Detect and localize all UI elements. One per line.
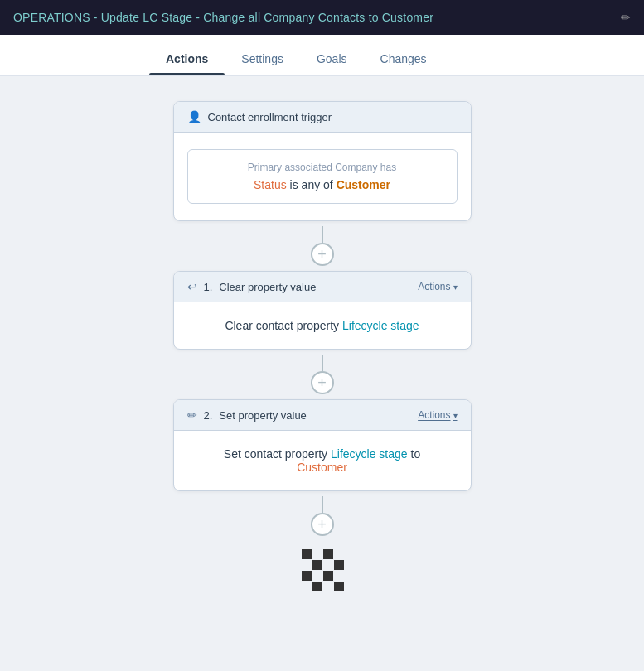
filter-status: Status xyxy=(254,178,287,191)
step2-action-text: Set contact property Lifecycle stage to … xyxy=(224,447,420,474)
connector-line-2 xyxy=(322,355,323,371)
step1-title: Clear property value xyxy=(219,281,316,293)
step1-actions-chevron: ▾ xyxy=(453,282,458,292)
workflow-canvas: 👤 Contact enrollment trigger Primary ass… xyxy=(0,76,644,624)
add-step-button-2[interactable]: + xyxy=(311,371,334,394)
connector-3: + xyxy=(311,496,334,536)
step2-body-value: Customer xyxy=(297,461,347,474)
trigger-title: Contact enrollment trigger xyxy=(208,111,332,123)
trigger-body: Primary associated Company has Status is… xyxy=(174,133,471,220)
workflow-end-icon xyxy=(302,549,343,591)
filter-box[interactable]: Primary associated Company has Status is… xyxy=(187,149,458,204)
tab-actions[interactable]: Actions xyxy=(149,42,225,75)
add-step-button-1[interactable]: + xyxy=(311,243,334,266)
step2-actions-button[interactable]: Actions ▾ xyxy=(418,409,457,421)
tab-changes[interactable]: Changes xyxy=(364,42,443,75)
top-bar: OPERATIONS - Update LC Stage - Change al… xyxy=(0,0,644,35)
add-step-button-3[interactable]: + xyxy=(311,513,334,536)
connector-line-1 xyxy=(322,226,323,243)
step2-body-highlight: Lifecycle stage xyxy=(331,447,408,461)
step1-node: ↩ 1. Clear property value Actions ▾ Clea… xyxy=(173,271,472,350)
filter-condition: Status is any of Customer xyxy=(205,178,440,191)
tab-settings[interactable]: Settings xyxy=(225,42,300,75)
step1-number: 1. xyxy=(204,281,213,293)
tab-goals[interactable]: Goals xyxy=(300,42,364,75)
step1-body-highlight: Lifecycle stage xyxy=(342,319,419,332)
step2-body: Set contact property Lifecycle stage to … xyxy=(174,431,471,490)
step2-number: 2. xyxy=(204,409,213,422)
filter-value: Customer xyxy=(337,178,390,191)
tabs-bar: Actions Settings Goals Changes xyxy=(0,35,644,76)
step2-header: ✏ 2. Set property value Actions ▾ xyxy=(174,400,471,431)
connector-2: + xyxy=(311,355,334,394)
step1-actions-button[interactable]: Actions ▾ xyxy=(418,281,457,292)
step2-actions-label: Actions xyxy=(418,409,450,421)
connector-1: + xyxy=(311,226,334,266)
filter-mid: is any of xyxy=(290,178,337,191)
connector-line-3 xyxy=(322,496,323,513)
step1-action-text: Clear contact property Lifecycle stage xyxy=(225,319,419,332)
step2-body-mid: to xyxy=(411,447,421,461)
edit-icon[interactable]: ✏ xyxy=(621,11,631,24)
step2-node: ✏ 2. Set property value Actions ▾ Set co… xyxy=(173,399,472,491)
step1-header: ↩ 1. Clear property value Actions ▾ xyxy=(174,272,471,302)
contact-icon: 👤 xyxy=(187,110,201,123)
set-property-icon: ✏ xyxy=(187,408,197,422)
page-title: OPERATIONS - Update LC Stage - Change al… xyxy=(13,11,621,24)
step1-body-pre: Clear contact property xyxy=(225,319,339,332)
clear-property-icon: ↩ xyxy=(187,280,197,293)
step2-actions-chevron: ▾ xyxy=(453,411,458,420)
title-body: - Update LC Stage - Change all Company C… xyxy=(90,11,433,24)
trigger-header: 👤 Contact enrollment trigger xyxy=(174,102,471,133)
step1-body: Clear contact property Lifecycle stage xyxy=(174,302,471,349)
trigger-node: 👤 Contact enrollment trigger Primary ass… xyxy=(173,101,472,221)
step1-actions-label: Actions xyxy=(418,281,450,292)
filter-title: Primary associated Company has xyxy=(205,162,440,173)
title-prefix: OPERATIONS xyxy=(13,11,90,24)
step2-title: Set property value xyxy=(219,409,307,422)
step2-body-pre: Set contact property xyxy=(224,447,327,461)
